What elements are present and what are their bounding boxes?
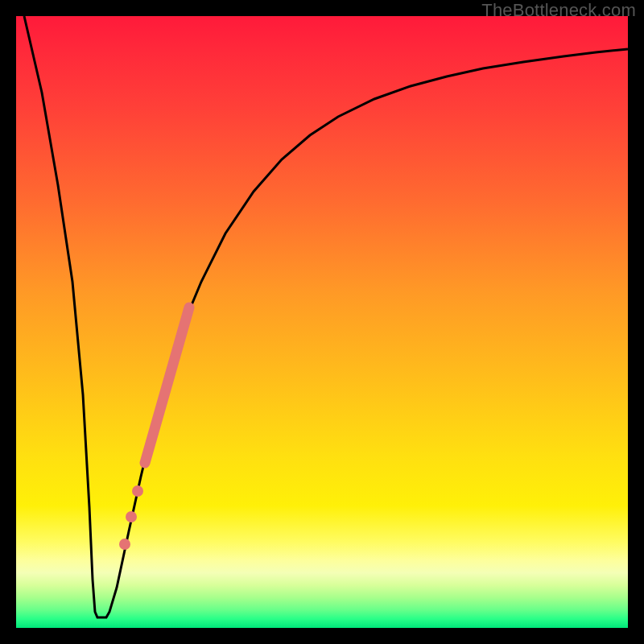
chart-frame: TheBottleneck.com	[0, 0, 644, 644]
highlight-dot	[132, 485, 143, 497]
curve-layer	[16, 16, 628, 628]
highlight-line	[145, 308, 189, 463]
watermark-text: TheBottleneck.com	[481, 0, 636, 21]
plot-area	[16, 16, 628, 628]
highlight-dot	[126, 511, 137, 522]
highlight-dot	[119, 539, 130, 550]
bottleneck-curve	[24, 16, 628, 617]
